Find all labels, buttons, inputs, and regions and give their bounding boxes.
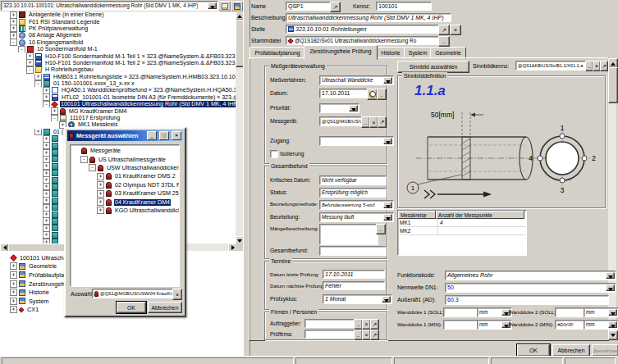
device-tree-item[interactable]: - US Ultraschallmessgeräte: [71, 155, 179, 163]
tree-expander[interactable]: -: [80, 156, 88, 163]
wanddicke1-soll-field[interactable]: [443, 307, 479, 317]
chevron-down-icon[interactable]: [383, 77, 392, 84]
device-tree-item[interactable]: + 04 KrautKramer DM4: [71, 198, 179, 206]
tree-expander[interactable]: +: [43, 94, 50, 101]
stelle-clear-button[interactable]: ×: [450, 25, 461, 35]
prioritaet-combobox[interactable]: [319, 103, 359, 113]
tree-expander[interactable]: +: [43, 204, 50, 211]
tree-item[interactable]: + MG KrautKramer DM4: [0, 107, 236, 114]
messgeraet-goto-button[interactable]: ↗: [378, 116, 387, 128]
datum-browse-button[interactable]: ..: [377, 89, 387, 100]
naechste-pruefung-field[interactable]: Fehler: [323, 281, 385, 290]
stelle-field[interactable]: 323.10.10.01 Rohrleitungen: [286, 25, 440, 34]
chevron-down-icon[interactable]: [383, 138, 392, 144]
tree-item[interactable]: + H10-F101 Sondermanifold M-1 Teil 2 » 3…: [0, 60, 236, 66]
tree-expander[interactable]: +: [43, 156, 50, 162]
wanddicke2-min-field[interactable]: #DIV/0!: [555, 320, 586, 330]
tree-expander[interactable]: +: [97, 190, 104, 198]
stelle-goto-button[interactable]: ↗: [438, 25, 450, 35]
name-goto-button[interactable]: ↗: [330, 2, 341, 12]
status-field[interactable]: Erstprüfung möglich: [319, 188, 387, 198]
device-tree-item[interactable]: + 02 Olympus NDT 37DL Plus: [71, 181, 179, 189]
tree-expander[interactable]: +: [10, 289, 17, 296]
tree-item[interactable]: - 10 Sondermanifold M-1: [0, 46, 236, 52]
pane-vscroll-thumb[interactable]: [608, 67, 618, 103]
tree-expander[interactable]: -: [18, 46, 25, 52]
tree-expander[interactable]: +: [43, 142, 50, 148]
wanddicke1-min-unit-combobox[interactable]: mm: [477, 320, 512, 330]
tree-expander[interactable]: +: [10, 280, 17, 288]
tree-expander[interactable]: +: [97, 181, 104, 189]
column-header-anzahl[interactable]: Anzahl der Messpunkte: [436, 211, 524, 219]
tree-item[interactable]: - 10 Eingangsmanifold: [0, 39, 236, 46]
tree-item[interactable]: + HMB03.1 Rohrleitungsliste » 323.@NameS…: [0, 74, 236, 80]
tree-expander[interactable]: +: [97, 173, 104, 180]
maximize-icon[interactable]: □: [159, 131, 169, 140]
tree-expander[interactable]: +: [43, 135, 50, 142]
scroll-down-icon[interactable]: [608, 330, 618, 340]
device-tree-item[interactable]: - USW Ultraschallwanddickenmessung: [71, 164, 179, 172]
messverfahren-combobox[interactable]: Ultraschall Wanddicke: [319, 75, 394, 85]
tree-expander[interactable]: +: [43, 198, 50, 204]
zugang-combobox[interactable]: [319, 136, 394, 146]
minimize-icon[interactable]: _: [147, 131, 157, 140]
name-field[interactable]: QSP1: [286, 2, 332, 11]
chevron-down-icon[interactable]: [383, 202, 392, 208]
datum-field[interactable]: 17.10.2011: [319, 89, 369, 98]
chevron-down-icon[interactable]: [382, 296, 391, 303]
tree-expander[interactable]: +: [97, 207, 104, 214]
tree-expander[interactable]: +: [10, 32, 17, 39]
tree-expander[interactable]: +: [43, 184, 50, 190]
tree-expander[interactable]: +: [43, 163, 50, 170]
tree-item[interactable]: + PK Prüfplanverwaltung: [0, 25, 236, 32]
tree-expander[interactable]: +: [10, 262, 17, 270]
messgeraet-field[interactable]: @QS1@MGB/US/US: [319, 116, 364, 126]
toolbar-document-button[interactable]: [218, 1, 231, 12]
tree-expander[interactable]: +: [10, 18, 17, 25]
auftraggeber-goto-button[interactable]: ↗: [370, 319, 379, 330]
tree-expander[interactable]: +: [10, 271, 17, 279]
close-icon[interactable]: ×: [172, 131, 181, 140]
isolierung-checkbox[interactable]: [270, 150, 278, 158]
tree-item[interactable]: - H Rohrleitungsbau: [0, 66, 236, 73]
ok-button[interactable]: OK: [517, 344, 550, 357]
dialog-ok-button[interactable]: OK: [117, 302, 146, 313]
tree-expander[interactable]: +: [51, 107, 58, 114]
prueffirma-field[interactable]: [304, 330, 355, 339]
dialog-titlebar[interactable]: Messgerät auswählen _ □ ×: [67, 130, 183, 141]
table-row[interactable]: MK1 4: [398, 219, 526, 227]
device-tree-item[interactable]: Messgeräte: [71, 147, 179, 155]
tree-expander[interactable]: +: [10, 298, 17, 305]
wanddicke2-min-unit-combobox[interactable]: mm: [584, 320, 618, 330]
chevron-down-icon[interactable]: [608, 321, 617, 328]
maengel-browse-button[interactable]: ..: [376, 224, 386, 234]
tree-expander[interactable]: +: [97, 198, 104, 206]
chevron-down-icon[interactable]: [383, 214, 392, 221]
tree-expander[interactable]: +: [43, 190, 50, 197]
cancel-button[interactable]: Abbrechen: [552, 344, 590, 357]
tree-expander[interactable]: -: [89, 164, 96, 171]
tree-expander[interactable]: +: [43, 211, 50, 217]
wanddicke1-soll-unit-combobox[interactable]: mm: [477, 307, 512, 317]
tree-expander[interactable]: +: [34, 74, 42, 80]
chevron-down-icon[interactable]: [349, 105, 358, 111]
wanddicke1-min-field[interactable]: [443, 320, 479, 330]
sinnbild-auswaehlen-button[interactable]: Sinnbild auswählen: [397, 61, 469, 73]
tree-expander[interactable]: +: [43, 170, 50, 176]
device-tree-item[interactable]: + 01 KrautKramer DMS 2: [71, 172, 179, 180]
prueffirma-goto-button[interactable]: ↗: [370, 330, 379, 340]
kritisches-datum-field[interactable]: Nicht verfügbar: [319, 175, 387, 185]
tree-expander[interactable]: -: [51, 115, 58, 121]
apply-button[interactable]: Übernehmen: [592, 344, 618, 357]
pruefzyklus-combobox[interactable]: 1 Monat: [323, 294, 392, 304]
tree-expander[interactable]: +: [43, 87, 50, 93]
maengelbeschreibung-textarea[interactable]: [319, 224, 378, 245]
column-header-messkreise[interactable]: Messkreise: [398, 211, 436, 219]
tree-expander[interactable]: +: [34, 129, 42, 135]
sinnbildkennz-field[interactable]: @QS1&KB/US/Sv/B1.1/X01.1.a: [515, 61, 588, 71]
tree-item[interactable]: + F01 RSI Standard Legende: [0, 18, 236, 25]
path-combobox[interactable]: 323.10.10.01-100101: Ultraschallwanddick…: [1, 1, 218, 11]
nennweite-combobox[interactable]: 50: [445, 283, 616, 293]
tree-item[interactable]: - 111017 Erstprüfung: [0, 115, 236, 121]
dialog-cancel-button[interactable]: Abbrechen: [148, 302, 182, 313]
